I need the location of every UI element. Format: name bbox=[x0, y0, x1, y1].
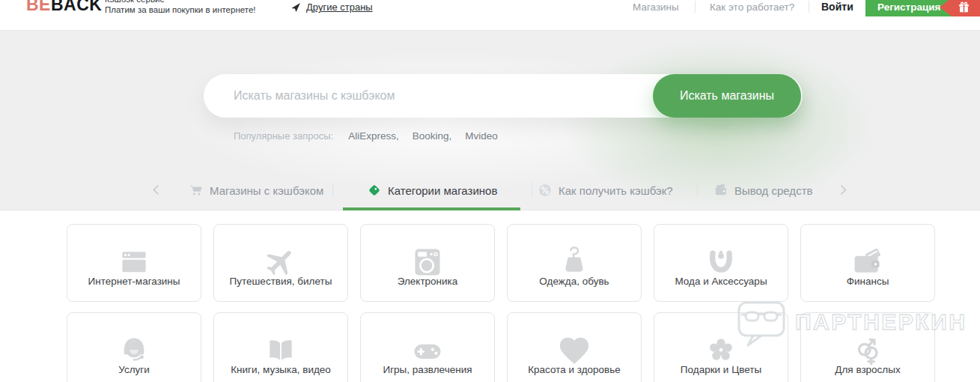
tab-label: Вывод средств bbox=[734, 184, 812, 197]
category-card-travel[interactable]: Путешествия, билеты bbox=[213, 224, 348, 302]
register-label: Регистрация bbox=[877, 0, 940, 16]
header-divider bbox=[809, 1, 809, 13]
category-grid: Интернет-магазины Путешествия, билеты bbox=[67, 224, 935, 382]
percent-icon bbox=[538, 184, 552, 197]
popular-query-booking[interactable]: Booking, bbox=[413, 130, 452, 142]
support-icon bbox=[67, 326, 201, 375]
browser-icon bbox=[67, 237, 201, 287]
popular-query-aliexpress[interactable]: AliExpress, bbox=[348, 130, 399, 142]
active-tab-underline bbox=[343, 207, 520, 210]
necklace-icon bbox=[654, 237, 788, 287]
nav-arrow-icon bbox=[290, 2, 301, 13]
category-card-books-music-video[interactable]: Книги, музыка, видео bbox=[213, 312, 348, 382]
tab-separator bbox=[332, 183, 333, 198]
category-card-electronics[interactable]: Электроника bbox=[360, 224, 495, 302]
plane-icon bbox=[214, 237, 347, 287]
category-card-beauty-health[interactable]: Красота и здоровье bbox=[507, 312, 642, 382]
category-card-adults[interactable]: Для взрослых bbox=[800, 312, 935, 382]
heart-icon bbox=[508, 326, 641, 375]
logo-be: BE bbox=[26, 0, 51, 14]
tab-label: Магазины с кэшбэком bbox=[210, 184, 323, 197]
register-button[interactable]: Регистрация bbox=[865, 0, 980, 16]
category-card-clothes[interactable]: Одежда, обувь bbox=[507, 224, 642, 302]
logo[interactable]: BEBACK bbox=[26, 0, 102, 15]
header: BEBACK Кэшбэк сервис Платим за ваши поку… bbox=[0, 0, 980, 31]
tab-how-to-get-cashback[interactable]: Как получить кэшбэк? bbox=[538, 181, 673, 200]
tagline: Кэшбэк сервис Платим за ваши покупки в и… bbox=[105, 0, 256, 15]
hanger-icon bbox=[508, 237, 641, 287]
gamepad-icon bbox=[361, 326, 494, 375]
logo-back: BACK bbox=[51, 0, 102, 14]
category-card-finance[interactable]: Финансы bbox=[800, 224, 935, 302]
tab-label: Как получить кэшбэк? bbox=[559, 184, 673, 197]
flower-icon bbox=[654, 326, 788, 375]
tag-icon bbox=[368, 184, 381, 197]
category-card-services[interactable]: Услуги bbox=[67, 312, 201, 382]
tab-shops-with-cashback[interactable]: Магазины с кэшбэком bbox=[189, 181, 323, 200]
search-button[interactable]: Искать магазины bbox=[653, 74, 801, 118]
tab-separator bbox=[697, 183, 698, 198]
category-card-gifts-flowers[interactable]: Подарки и Цветы bbox=[654, 312, 788, 382]
login-link[interactable]: Войти bbox=[821, 1, 853, 13]
tab-shop-categories[interactable]: Категории магазинов bbox=[368, 181, 497, 200]
category-card-internet-shops[interactable]: Интернет-магазины bbox=[67, 224, 201, 302]
nav-how-it-works[interactable]: Как это работает? bbox=[710, 1, 794, 13]
tab-separator bbox=[532, 183, 532, 198]
gift-ribbon bbox=[940, 0, 980, 16]
wallet-icon bbox=[801, 237, 934, 287]
cart-icon bbox=[189, 184, 203, 197]
header-divider bbox=[695, 1, 696, 13]
tab-label: Категории магазинов bbox=[388, 184, 497, 197]
hero-search-section: Искать магазины Популярные запросы: AliE… bbox=[0, 31, 980, 210]
nav-shops[interactable]: Магазины bbox=[633, 1, 679, 13]
chevron-right-icon[interactable] bbox=[840, 184, 847, 198]
gender-icon bbox=[801, 326, 934, 375]
popular-queries: Популярные запросы: AliExpress, Booking,… bbox=[234, 130, 511, 142]
other-countries-label: Другие страны bbox=[306, 1, 373, 13]
other-countries-link[interactable]: Другие страны bbox=[290, 1, 373, 13]
wallet-icon bbox=[714, 184, 728, 197]
category-card-games[interactable]: Игры, развлечения bbox=[360, 312, 495, 382]
popular-label: Популярные запросы: bbox=[234, 130, 333, 142]
washer-icon bbox=[361, 237, 494, 287]
popular-query-mvideo[interactable]: Mvideo bbox=[465, 130, 498, 142]
tagline-line2: Платим за ваши покупки в интернете! bbox=[105, 4, 256, 15]
beback-landing-page: BEBACK Кэшбэк сервис Платим за ваши поку… bbox=[0, 0, 980, 382]
gift-icon bbox=[958, 1, 970, 13]
category-card-fashion[interactable]: Мода и Аксессуары bbox=[654, 224, 788, 302]
tab-withdraw-funds[interactable]: Вывод средств bbox=[714, 181, 812, 200]
book-icon bbox=[214, 326, 347, 375]
chevron-left-icon[interactable] bbox=[153, 184, 159, 198]
